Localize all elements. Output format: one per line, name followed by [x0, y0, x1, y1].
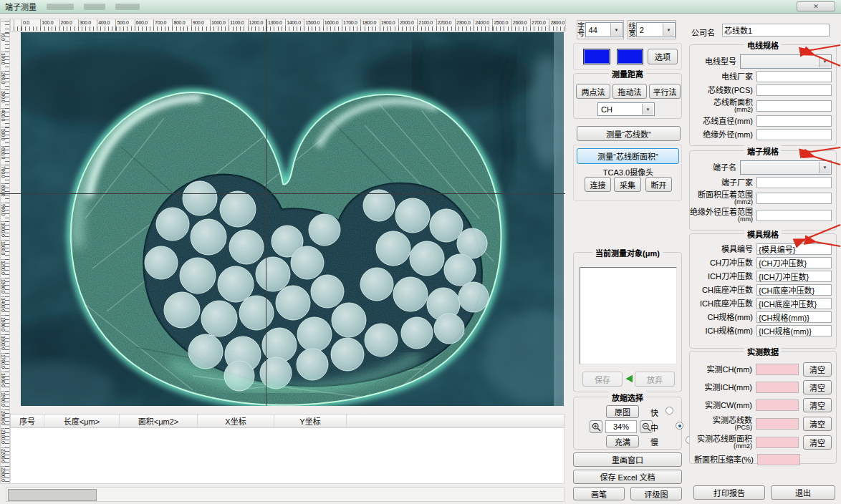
clear-core-count-button[interactable]: 清空: [803, 417, 832, 431]
hruler-label: 2500.0: [494, 20, 509, 25]
measured-core-area-input[interactable]: [756, 437, 799, 448]
save-button[interactable]: 保存: [582, 372, 623, 387]
vruler-label: 0.0: [1, 34, 6, 41]
print-report-button[interactable]: 打印报告: [693, 485, 765, 500]
line-color-swatch-1[interactable]: [583, 49, 610, 64]
hruler-label: 1400.0: [287, 20, 301, 25]
specimen-viewport[interactable]: [21, 32, 564, 406]
col-header-y[interactable]: Y坐标: [274, 415, 347, 427]
font-size-cell: 字号 44 ▼: [577, 20, 624, 39]
clear-ich-button[interactable]: 清空: [803, 380, 832, 394]
measure-core-count-button[interactable]: 测量“芯线数”: [577, 126, 681, 141]
measured-ich-input[interactable]: [756, 382, 799, 393]
zoom-in-button[interactable]: [590, 420, 602, 433]
chevron-down-icon[interactable]: ▼: [663, 24, 674, 36]
ich-spec-input[interactable]: [756, 325, 832, 336]
col-header-index[interactable]: 序号: [11, 415, 44, 427]
camera-panel: 测量“芯线断面积” TCA3.0摄像头 连接 采集 断开: [573, 145, 682, 201]
chevron-down-icon[interactable]: ▼: [642, 104, 653, 115]
redacted-text: [84, 4, 105, 10]
capture-button[interactable]: 采集: [614, 177, 641, 192]
speed-fast-radio[interactable]: [665, 407, 673, 415]
area-crimp-range-input[interactable]: [756, 193, 832, 204]
hruler-label: 200.0: [61, 20, 72, 25]
chevron-down-icon[interactable]: ▼: [819, 56, 830, 67]
discard-button[interactable]: 放弃: [635, 372, 675, 387]
clear-cw-button[interactable]: 清空: [803, 398, 832, 412]
measured-ch-label: 实测CH(mm): [706, 365, 752, 374]
measured-ch-input[interactable]: [756, 364, 799, 375]
channel-select[interactable]: CH ▼: [597, 102, 655, 116]
vruler-label: 1400.0: [1, 298, 6, 312]
rating-chart-button[interactable]: 评级图: [630, 487, 682, 500]
ch-blade-count-label: CH刀冲压数: [710, 258, 753, 267]
hruler-label: 1200.0: [249, 20, 264, 25]
zoom-percent-input[interactable]: [605, 420, 637, 433]
zoom-selection-title: 放缩选择: [609, 392, 646, 403]
wire-insul-dia-input[interactable]: [756, 129, 832, 140]
save-excel-button[interactable]: 保存 Excel 文档: [573, 470, 682, 484]
ich-blade-count-input[interactable]: [756, 271, 832, 282]
ch-base-count-input[interactable]: [756, 284, 832, 296]
chevron-down-icon[interactable]: ▼: [610, 24, 622, 36]
redacted-text: [115, 4, 140, 10]
hruler-label: 1600.0: [325, 20, 339, 25]
vruler-label: 800.0: [1, 185, 6, 196]
mold-number-input[interactable]: [756, 243, 832, 255]
font-size-select[interactable]: 44 ▼: [585, 22, 623, 37]
vruler-label: 1000.0: [1, 223, 6, 237]
line-width-cell: 线宽 2 ▼: [628, 20, 676, 39]
terminal-maker-input[interactable]: [756, 177, 832, 188]
speed-medium-radio[interactable]: [676, 422, 683, 430]
measured-core-count-input[interactable]: [756, 418, 799, 430]
wire-core-count-input[interactable]: [756, 84, 832, 96]
line-color-swatch-2[interactable]: [617, 49, 643, 64]
line-width-select[interactable]: 2 ▼: [636, 22, 676, 37]
measure-core-area-button[interactable]: 测量“芯线断面积”: [577, 148, 679, 164]
ch-blade-count-input[interactable]: [756, 257, 832, 268]
channel-value: CH: [601, 105, 612, 114]
ich-base-count-label: ICH底座冲压数: [700, 299, 753, 308]
terminal-name-select[interactable]: ▼: [740, 160, 832, 175]
col-header-x[interactable]: X坐标: [198, 415, 274, 427]
two-point-method-button[interactable]: 两点法: [576, 84, 610, 99]
hruler-label: 600.0: [136, 20, 148, 25]
horizontal-scrollbar[interactable]: [6, 487, 564, 502]
measured-cw-input[interactable]: [756, 399, 799, 411]
compression-ratio-input[interactable]: [757, 454, 800, 465]
scrollbar-thumb[interactable]: [8, 489, 97, 501]
results-table-body[interactable]: [10, 428, 564, 484]
wire-maker-input[interactable]: [756, 71, 832, 82]
clear-ch-button[interactable]: 清空: [803, 362, 832, 377]
hruler-label: 2400.0: [475, 20, 489, 25]
wire-core-dia-input[interactable]: [756, 115, 832, 127]
company-name-input[interactable]: [722, 24, 830, 37]
connect-button[interactable]: 连接: [585, 177, 611, 192]
vruler-label: 1600.0: [1, 336, 6, 350]
pen-button[interactable]: 画笔: [573, 487, 625, 500]
green-arrow-icon: [626, 375, 633, 382]
options-button[interactable]: 选项: [648, 49, 678, 64]
col-header-area[interactable]: 面积<μm2>: [120, 415, 198, 427]
terminal-spec-group: 端子规格 端子名 ▼ 端子厂家 断面积压着范围(mm2) 绝缘外径压着范围(mm…: [689, 150, 837, 231]
exit-button[interactable]: 退出: [771, 485, 835, 500]
drag-method-button[interactable]: 拖动法: [612, 84, 647, 99]
close-button[interactable]: ✕: [797, 1, 835, 11]
wire-model-select[interactable]: ▼: [740, 54, 832, 69]
hruler-label: 2000.0: [400, 20, 414, 25]
vruler-label: 900.0: [1, 204, 6, 215]
vruler-label: 1700.0: [1, 354, 6, 369]
insul-crimp-range-input[interactable]: [756, 210, 832, 221]
wire-core-area-input[interactable]: [756, 100, 832, 112]
measurement-listbox[interactable]: [580, 267, 677, 364]
original-size-button[interactable]: 原图: [606, 405, 639, 418]
col-header-length[interactable]: 长度<μm>: [44, 415, 120, 427]
clear-core-area-button[interactable]: 清空: [803, 435, 832, 450]
redraw-window-button[interactable]: 重画窗口: [573, 452, 682, 467]
ch-spec-input[interactable]: [756, 311, 832, 323]
disconnect-button[interactable]: 断开: [645, 177, 672, 192]
parallel-method-button[interactable]: 平行法: [649, 84, 681, 99]
chevron-down-icon[interactable]: ▼: [819, 162, 830, 173]
ich-base-count-input[interactable]: [756, 298, 832, 309]
fill-view-button[interactable]: 充满: [606, 435, 639, 447]
